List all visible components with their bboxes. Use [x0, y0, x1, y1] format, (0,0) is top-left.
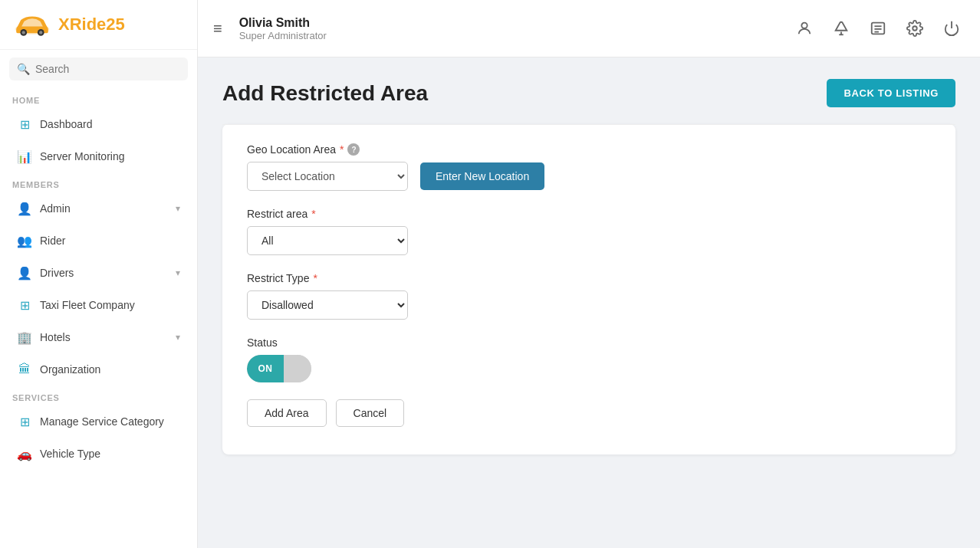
- person-icon: 👤: [17, 201, 32, 216]
- svg-point-5: [801, 23, 807, 28]
- select-location-dropdown[interactable]: Select Location: [247, 162, 408, 191]
- required-star: *: [313, 272, 317, 284]
- main-area: ≡ Olivia Smith Super Administrator: [198, 0, 980, 548]
- sidebar-item-dashboard[interactable]: ⊞ Dashboard: [5, 109, 192, 139]
- page-title: Add Restricted Area: [222, 81, 428, 106]
- sidebar-item-server-monitoring[interactable]: 📊 Server Monitoring: [5, 141, 192, 172]
- search-input[interactable]: [35, 63, 180, 75]
- chevron-down-icon: ▾: [176, 332, 180, 343]
- alert-icon-button[interactable]: [828, 15, 854, 41]
- sidebar-item-rider[interactable]: 👥 Rider: [5, 225, 192, 256]
- svg-point-11: [913, 26, 917, 31]
- sidebar-item-vehicle-type[interactable]: 🚗 Vehicle Type: [5, 438, 192, 469]
- form-card: Geo Location Area * ? Select Location En…: [222, 124, 955, 454]
- section-home: HOME: [0, 88, 197, 108]
- logo-text-black: XRide: [58, 15, 106, 34]
- vehicle-icon: 🚗: [17, 446, 32, 461]
- sidebar-item-admin[interactable]: 👤 Admin ▾: [5, 193, 192, 224]
- dashboard-icon: ⊞: [17, 116, 32, 132]
- username: Olivia Smith: [239, 16, 782, 30]
- page-header: Add Restricted Area BACK TO LISTING: [222, 79, 955, 107]
- sidebar-item-label: Admin: [40, 202, 168, 215]
- svg-point-2: [22, 31, 25, 34]
- logo: XRide25: [0, 0, 197, 50]
- sidebar-item-hotels[interactable]: 🏢 Hotels ▾: [5, 322, 192, 353]
- add-area-button[interactable]: Add Area: [247, 399, 327, 427]
- form-actions: Add Area Cancel: [247, 399, 931, 427]
- chevron-down-icon: ▾: [176, 203, 180, 214]
- sidebar-item-drivers[interactable]: 👤 Drivers ▾: [5, 258, 192, 288]
- toggle-on-label: ON: [247, 355, 284, 382]
- status-toggle[interactable]: ON: [247, 355, 311, 382]
- enter-location-button[interactable]: Enter New Location: [420, 162, 544, 190]
- status-label: Status: [247, 336, 931, 349]
- sidebar-item-label: Vehicle Type: [40, 448, 180, 460]
- cancel-button[interactable]: Cancel: [336, 399, 405, 427]
- toggle-container: ON: [247, 355, 931, 382]
- building-icon: 🏢: [17, 330, 32, 345]
- sidebar-item-label: Organization: [40, 363, 180, 376]
- sidebar-item-label: Hotels: [40, 331, 168, 343]
- people-icon: 👥: [17, 233, 32, 248]
- sidebar-item-label: Taxi Fleet Company: [40, 299, 180, 311]
- settings-icon-button[interactable]: [902, 15, 928, 41]
- sidebar-item-label: Manage Service Category: [40, 415, 180, 428]
- user-info: Olivia Smith Super Administrator: [239, 16, 782, 41]
- search-icon: 🔍: [17, 63, 30, 75]
- help-icon[interactable]: ?: [347, 143, 360, 156]
- sidebar-item-label: Drivers: [40, 267, 168, 279]
- power-icon-button[interactable]: [939, 15, 965, 41]
- user-icon-button[interactable]: [791, 15, 817, 41]
- sidebar-item-label: Rider: [40, 235, 180, 247]
- svg-point-4: [39, 31, 42, 34]
- restrict-area-select[interactable]: All Pickup Drop: [247, 226, 408, 255]
- section-services: SERVICES: [0, 386, 197, 405]
- category-icon: ⊞: [17, 414, 32, 429]
- geo-location-group: Geo Location Area * ? Select Location En…: [247, 143, 931, 191]
- content-area: Add Restricted Area BACK TO LISTING Geo …: [198, 57, 980, 548]
- list-icon-button[interactable]: [865, 15, 891, 41]
- geo-label: Geo Location Area * ?: [247, 143, 931, 156]
- logo-text: XRide25: [58, 15, 125, 34]
- topbar-icons: [791, 15, 965, 41]
- restrict-area-group: Restrict area * All Pickup Drop: [247, 208, 931, 255]
- toggle-off-part: [284, 355, 311, 382]
- section-members: MEMBERS: [0, 172, 197, 192]
- back-to-listing-button[interactable]: BACK TO LISTING: [827, 79, 955, 107]
- logo-icon: [12, 11, 52, 38]
- org-icon: 🏛: [17, 362, 32, 377]
- search-container[interactable]: 🔍: [9, 57, 188, 80]
- sidebar-item-label: Dashboard: [40, 118, 180, 130]
- required-star: *: [311, 208, 315, 220]
- sidebar-item-taxi-fleet[interactable]: ⊞ Taxi Fleet Company: [5, 290, 192, 320]
- restrict-type-label: Restrict Type *: [247, 272, 931, 284]
- sidebar-item-organization[interactable]: 🏛 Organization: [5, 354, 192, 385]
- user-role: Super Administrator: [239, 30, 782, 41]
- sidebar-item-manage-service[interactable]: ⊞ Manage Service Category: [5, 406, 192, 437]
- required-star: *: [340, 143, 344, 156]
- bar-chart-icon: 📊: [17, 149, 32, 164]
- driver-icon: 👤: [17, 265, 32, 281]
- restrict-type-group: Restrict Type * Disallowed Allowed: [247, 272, 931, 320]
- sidebar: XRide25 🔍 HOME ⊞ Dashboard 📊 Server Moni…: [0, 0, 198, 548]
- hamburger-icon[interactable]: ≡: [213, 20, 222, 38]
- status-group: Status ON: [247, 336, 931, 382]
- chevron-down-icon: ▾: [176, 267, 180, 278]
- topbar: ≡ Olivia Smith Super Administrator: [198, 0, 980, 57]
- geo-row: Select Location Enter New Location: [247, 162, 931, 191]
- restrict-type-select[interactable]: Disallowed Allowed: [247, 290, 408, 320]
- sidebar-item-label: Server Monitoring: [40, 150, 180, 162]
- taxi-icon: ⊞: [17, 297, 32, 313]
- logo-text-orange: 25: [106, 15, 124, 34]
- restrict-area-label: Restrict area *: [247, 208, 931, 220]
